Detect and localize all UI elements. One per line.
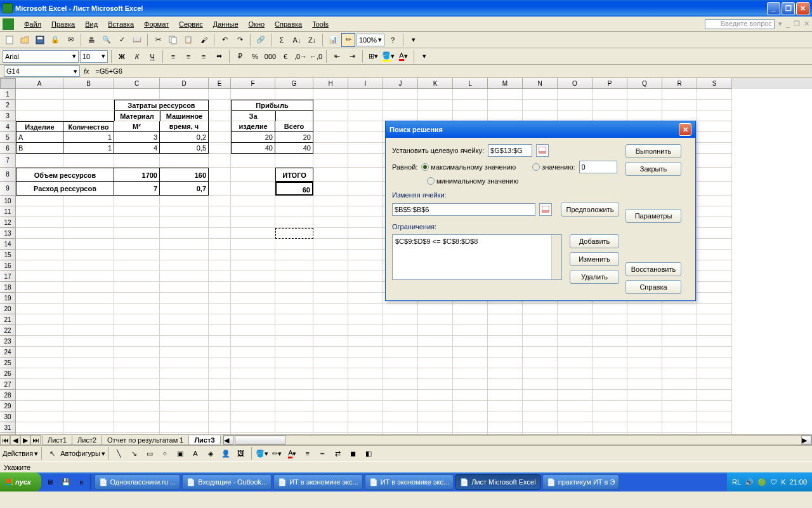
cell-J29[interactable] (383, 401, 418, 411)
cell-C13[interactable] (114, 228, 160, 239)
cell-R24[interactable] (662, 347, 697, 358)
minimize-button[interactable]: _ (767, 2, 780, 15)
row-header-5[interactable]: 5 (0, 132, 16, 143)
cell-I9[interactable] (348, 182, 383, 196)
cell-C21[interactable] (114, 314, 160, 325)
cell-H10[interactable] (313, 196, 348, 206)
cell-F4[interactable]: изделие (231, 121, 275, 132)
cell-S31[interactable] (697, 422, 732, 433)
cell-G31[interactable] (275, 422, 313, 433)
cell-O1[interactable] (558, 89, 593, 100)
cell-E21[interactable] (209, 314, 231, 325)
radio-max[interactable]: максимальному значению (421, 163, 516, 171)
cell-L3[interactable] (453, 110, 488, 121)
cell-G23[interactable] (275, 336, 313, 347)
cell-H9[interactable] (313, 182, 348, 196)
cell-C18[interactable] (114, 282, 160, 293)
menu-help[interactable]: Справка (270, 19, 307, 29)
target-ref-icon[interactable] (536, 144, 549, 157)
maximize-button[interactable]: ❐ (782, 2, 795, 15)
cell-D11[interactable] (160, 206, 209, 217)
tray-icon-2[interactable]: 🟢 (757, 478, 766, 486)
cell-H3[interactable] (313, 110, 348, 121)
cell-D25[interactable] (160, 358, 209, 368)
cell-J3[interactable] (383, 110, 418, 121)
cell-L2[interactable] (453, 100, 488, 110)
cell-E16[interactable] (209, 260, 231, 271)
row-header-11[interactable]: 11 (0, 206, 16, 217)
cell-G24[interactable] (275, 347, 313, 358)
cell-I25[interactable] (348, 358, 383, 368)
cell-I18[interactable] (348, 282, 383, 293)
cell-P24[interactable] (593, 347, 627, 358)
hyperlink-icon[interactable]: 🔗 (254, 33, 268, 47)
col-header-M[interactable]: M (488, 78, 523, 89)
fillcolor-icon[interactable]: 🪣▾ (255, 446, 269, 460)
cell-Q3[interactable] (627, 110, 662, 121)
cell-C4[interactable]: М² (114, 121, 160, 132)
save-icon[interactable] (33, 33, 47, 47)
currency-icon[interactable]: ₽ (233, 50, 247, 64)
cell-G25[interactable] (275, 358, 313, 368)
cell-S22[interactable] (697, 325, 732, 336)
cell-D21[interactable] (160, 314, 209, 325)
cell-F25[interactable] (231, 358, 275, 368)
cell-J1[interactable] (383, 89, 418, 100)
cell-O32[interactable] (558, 433, 593, 434)
col-header-R[interactable]: R (662, 78, 697, 89)
cell-C27[interactable] (114, 379, 160, 390)
menu-dropdown-icon[interactable]: ▾ (778, 20, 782, 28)
col-header-O[interactable]: O (558, 78, 593, 89)
cell-C6[interactable]: 4 (114, 143, 160, 154)
arrow-icon[interactable]: ↘ (128, 446, 141, 460)
fontcolor-icon[interactable]: A▾ (285, 446, 299, 460)
cell-D10[interactable] (160, 196, 209, 206)
cell-S9[interactable] (697, 182, 732, 196)
research-icon[interactable]: 📖 (130, 33, 144, 47)
cell-A14[interactable] (16, 239, 63, 250)
cell-A5[interactable]: А (16, 132, 63, 143)
cell-Q1[interactable] (627, 89, 662, 100)
cell-N3[interactable] (523, 110, 558, 121)
underline-icon[interactable]: Ч (145, 50, 159, 64)
cell-F13[interactable] (231, 228, 275, 239)
cell-G32[interactable] (275, 433, 313, 434)
cell-G15[interactable] (275, 250, 313, 260)
cell-E27[interactable] (209, 379, 231, 390)
row-header-30[interactable]: 30 (0, 411, 16, 422)
cell-B18[interactable] (63, 282, 114, 293)
cell-C8[interactable]: 1700 (114, 168, 160, 182)
cell-F10[interactable] (231, 196, 275, 206)
cell-M24[interactable] (488, 347, 523, 358)
taskbar-item[interactable]: 📄Входящие - Outlook... (182, 474, 272, 490)
cell-M30[interactable] (488, 411, 523, 422)
name-box[interactable]: G14▾ (4, 65, 80, 77)
sheet-tab[interactable]: Лист3 (188, 436, 220, 445)
cell-E9[interactable] (209, 182, 231, 196)
cell-B10[interactable] (63, 196, 114, 206)
close-button[interactable]: ✕ (796, 2, 809, 15)
cell-F22[interactable] (231, 325, 275, 336)
row-header-25[interactable]: 25 (0, 358, 16, 368)
cell-D32[interactable] (160, 433, 209, 434)
inc-decimal-icon[interactable]: ,0→ (294, 50, 308, 64)
options-button[interactable]: Параметры (625, 209, 681, 223)
row-header-23[interactable]: 23 (0, 336, 16, 347)
cell-D7[interactable] (160, 154, 209, 168)
cell-B15[interactable] (63, 250, 114, 260)
cell-C16[interactable] (114, 260, 160, 271)
cell-H23[interactable] (313, 336, 348, 347)
doc-close[interactable]: ✕ (804, 20, 809, 28)
cell-J28[interactable] (383, 390, 418, 401)
menu-data[interactable]: Данные (208, 19, 244, 29)
cell-L30[interactable] (453, 411, 488, 422)
cell-D30[interactable] (160, 411, 209, 422)
zoom-dropdown[interactable]: 100%▾ (357, 34, 384, 46)
cell-B16[interactable] (63, 260, 114, 271)
cell-J25[interactable] (383, 358, 418, 368)
cell-A32[interactable] (16, 433, 63, 434)
col-header-I[interactable]: I (348, 78, 383, 89)
cell-E18[interactable] (209, 282, 231, 293)
cell-F15[interactable] (231, 250, 275, 260)
cell-A30[interactable] (16, 411, 63, 422)
